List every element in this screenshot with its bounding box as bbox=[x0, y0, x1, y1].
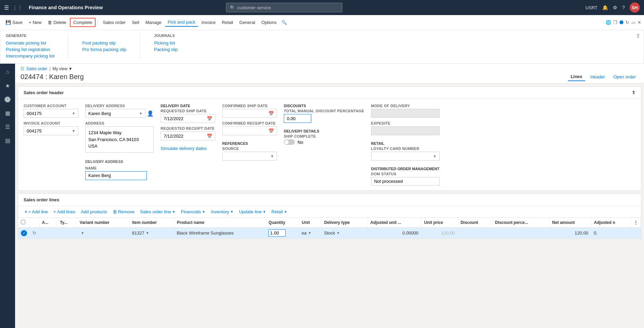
expand-icon[interactable]: ❐ bbox=[613, 20, 617, 25]
sell-button[interactable]: Sell bbox=[129, 18, 142, 26]
col-net-amount[interactable]: Net amount bbox=[549, 218, 591, 228]
unit-select[interactable]: ea ▼ bbox=[302, 230, 318, 236]
financials-button[interactable]: Financials ▼ bbox=[178, 208, 207, 215]
sidebar-lines-icon[interactable]: ▤ bbox=[1, 134, 14, 147]
calendar-icon2[interactable]: 📅 bbox=[207, 134, 212, 139]
col-adjusted-n[interactable]: Adjusted n bbox=[591, 218, 631, 228]
confirmed-receipt-date[interactable]: 📅 bbox=[222, 126, 277, 135]
add-line-button[interactable]: + + Add line bbox=[22, 208, 50, 215]
update-line-button[interactable]: Update line ▼ bbox=[237, 208, 268, 215]
col-qty[interactable]: Quantity bbox=[266, 218, 299, 228]
search-box[interactable]: 🔍 bbox=[226, 3, 342, 12]
sidebar-recent-icon[interactable]: 🕐 bbox=[1, 93, 14, 105]
dropdown-close-icon[interactable]: ⇧ bbox=[636, 33, 640, 39]
inventory-button[interactable]: Inventory ▼ bbox=[209, 208, 236, 215]
col-discount[interactable]: Discount bbox=[458, 218, 492, 228]
col-ty[interactable]: Ty... bbox=[57, 218, 77, 228]
simulate-delivery-link[interactable]: Simulate delivery dates bbox=[161, 146, 206, 151]
calendar-icon[interactable]: 📅 bbox=[207, 116, 212, 121]
name-input[interactable] bbox=[85, 171, 147, 180]
confirmed-ship-date[interactable]: 📅 bbox=[222, 109, 277, 118]
col-product[interactable]: Product name bbox=[174, 218, 266, 228]
col-discount-pct[interactable]: Discount perce... bbox=[492, 218, 549, 228]
item-select[interactable]: 81327 ▼ bbox=[132, 230, 171, 236]
settings-icon[interactable]: ⚙ bbox=[613, 5, 617, 10]
col-unit-price[interactable]: Unit price bbox=[421, 218, 457, 228]
tab-open-order[interactable]: Open order bbox=[610, 73, 639, 81]
delivery-address-select[interactable]: Karen Berg ▼ bbox=[85, 109, 146, 118]
ship-complete-toggle[interactable] bbox=[284, 139, 295, 145]
picking-list-journal[interactable]: Picking list bbox=[154, 40, 178, 46]
person-add-icon[interactable]: 👤 bbox=[147, 110, 154, 117]
nav-grid-icon[interactable]: ⋮⋮ bbox=[12, 4, 23, 11]
delete-button[interactable]: 🗑 Delete bbox=[45, 18, 69, 26]
sidebar-home-icon[interactable]: ⌂ bbox=[1, 66, 14, 78]
new-button[interactable]: + New bbox=[26, 18, 45, 26]
pick-and-pack-button[interactable]: Pick and pack bbox=[165, 18, 198, 27]
row-checkbox[interactable]: ✓ bbox=[18, 228, 30, 239]
pro-forma-packing-slip[interactable]: Pro forma packing slip bbox=[82, 46, 126, 53]
row-qty[interactable] bbox=[266, 228, 299, 239]
retail-button[interactable]: Retail bbox=[219, 18, 236, 26]
table-row[interactable]: ✓ ↻ ▼ bbox=[18, 228, 641, 239]
add-lines-button[interactable]: + Add lines bbox=[51, 208, 78, 215]
add-products-button[interactable]: Add products bbox=[78, 208, 110, 215]
intercompany-picking-list[interactable]: Intercompany picking list bbox=[6, 53, 54, 59]
lines-section-header[interactable]: Sales order lines bbox=[18, 194, 641, 206]
hamburger-icon[interactable]: ☰ bbox=[4, 4, 9, 11]
options-button[interactable]: Options bbox=[258, 18, 279, 26]
calendar-icon3[interactable]: 📅 bbox=[268, 111, 274, 116]
section-header-title[interactable]: Sales order header ⇧ bbox=[18, 87, 641, 99]
total-manual-discount-input[interactable] bbox=[284, 114, 311, 123]
manage-button[interactable]: Manage bbox=[143, 18, 164, 26]
mode-of-delivery-value[interactable] bbox=[371, 109, 440, 118]
view-selector[interactable]: My view ▼ bbox=[53, 66, 73, 71]
search-input[interactable] bbox=[237, 5, 339, 10]
refresh-icon[interactable]: ↻ bbox=[626, 20, 629, 25]
variant-select[interactable]: ▼ bbox=[79, 231, 126, 235]
invoice-button[interactable]: Invoice bbox=[199, 18, 218, 26]
select-all-checkbox[interactable] bbox=[21, 220, 25, 224]
retail-lines-button[interactable]: Retail ▼ bbox=[269, 208, 290, 215]
filter-icon[interactable]: ☷ bbox=[21, 66, 24, 71]
sales-order-button[interactable]: Sales order bbox=[100, 18, 128, 26]
sales-order-line-button[interactable]: Sales order line ▼ bbox=[138, 208, 178, 215]
col-adj-unit[interactable]: Adjusted unit ... bbox=[367, 218, 421, 228]
qty-input[interactable] bbox=[268, 229, 286, 237]
sidebar-star-icon[interactable]: ★ bbox=[1, 79, 14, 92]
badge-icon[interactable]: ⬤ bbox=[619, 20, 623, 25]
search-toolbar-icon[interactable]: 🔍 bbox=[281, 20, 287, 25]
sidebar-chart-icon[interactable]: ▦ bbox=[1, 107, 14, 119]
expedite-value[interactable] bbox=[371, 126, 440, 135]
col-more[interactable]: ⋮ bbox=[631, 218, 641, 228]
tab-lines[interactable]: Lines bbox=[568, 73, 585, 81]
req-ship-date[interactable]: 7/12/2022 📅 bbox=[161, 114, 215, 123]
col-a[interactable]: A... bbox=[39, 218, 57, 228]
row-refresh[interactable]: ↻ bbox=[30, 228, 39, 239]
sidebar-list-icon[interactable]: ☰ bbox=[1, 121, 14, 133]
col-item[interactable]: Item number bbox=[129, 218, 174, 228]
breadcrumb-link[interactable]: Sales order bbox=[26, 66, 47, 71]
col-unit[interactable]: Unit bbox=[299, 218, 321, 228]
complete-button[interactable]: Complete bbox=[70, 18, 96, 27]
save-button[interactable]: 💾 Save bbox=[3, 18, 25, 26]
req-receipt-date[interactable]: 7/12/2022 📅 bbox=[161, 131, 215, 140]
col-variant[interactable]: Variant number bbox=[77, 218, 129, 228]
globe-icon[interactable]: 🌐 bbox=[606, 20, 611, 25]
tab-header[interactable]: Header bbox=[588, 73, 608, 81]
invoice-account-select[interactable]: 004175 ▼ bbox=[24, 126, 78, 135]
packing-slip-journal[interactable]: Packing slip bbox=[154, 46, 178, 53]
col-delivery-type[interactable]: Delivery type bbox=[321, 218, 367, 228]
general-button[interactable]: General bbox=[237, 18, 258, 26]
close-icon[interactable]: ✕ bbox=[637, 20, 641, 25]
picking-list-registration[interactable]: Picking list registration bbox=[6, 46, 54, 53]
loyalty-card-select[interactable]: ▼ bbox=[371, 152, 440, 161]
generate-picking-list[interactable]: Generate picking list bbox=[6, 40, 54, 46]
help-icon[interactable]: ? bbox=[622, 5, 625, 10]
maximize-icon[interactable]: ▭ bbox=[631, 20, 635, 25]
notification-icon[interactable]: 🔔 bbox=[602, 5, 608, 10]
post-packing-slip[interactable]: Post packing slip bbox=[82, 40, 126, 46]
avatar[interactable]: SH bbox=[630, 2, 640, 13]
delivery-type-select[interactable]: Stock ▼ bbox=[324, 230, 365, 236]
source-select[interactable]: ▼ bbox=[222, 152, 277, 161]
